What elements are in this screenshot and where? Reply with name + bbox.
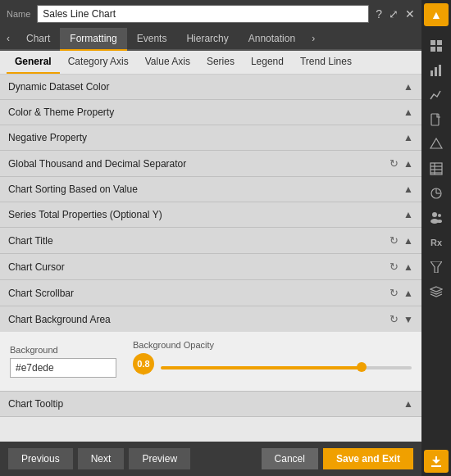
accordion-header-chart-title[interactable]: Chart Title ↻ ▲ (0, 228, 421, 253)
accordion-chart-tooltip: Chart Tooltip ▲ (0, 392, 421, 417)
move-icon[interactable]: ⤢ (389, 7, 399, 20)
accordion-header-dynamic-dataset-color[interactable]: Dynamic Dataset Color ▲ (0, 75, 421, 99)
accordion-negative-property: Negative Property ▲ (0, 125, 421, 151)
accordion-chart-background: Chart Background Area ↻ ▼ Background Bac… (0, 306, 421, 392)
next-button[interactable]: Next (78, 448, 125, 469)
tab-events[interactable]: Events (127, 28, 177, 51)
opacity-label: Background Opacity (133, 340, 214, 350)
accordion-label-chart-sorting: Chart Sorting Based on Value (8, 184, 403, 195)
accordion-header-chart-tooltip[interactable]: Chart Tooltip ▲ (0, 392, 421, 416)
chevron-up-icon-6: ▲ (403, 209, 413, 220)
opacity-row: 0.8 (133, 353, 412, 383)
svg-marker-8 (430, 138, 442, 148)
accordion-label-chart-background: Chart Background Area (8, 314, 390, 325)
slider-track[interactable] (161, 366, 412, 369)
refresh-icon-7[interactable]: ↻ (390, 234, 399, 247)
background-input[interactable] (10, 358, 116, 378)
save-exit-button[interactable]: Save and Exit (323, 448, 413, 469)
sidebar-layers-icon[interactable] (424, 280, 449, 303)
sub-tab-category-axis[interactable]: Category Axis (60, 51, 137, 74)
sidebar-grid-icon[interactable] (424, 34, 449, 57)
tab-formatting[interactable]: Formatting (60, 28, 126, 51)
sidebar-people-icon[interactable] (424, 206, 449, 229)
accordion-header-global-thousand[interactable]: Global Thousand and Decimal Separator ↻ … (0, 151, 421, 176)
sidebar-chart-line-icon[interactable] (424, 84, 449, 107)
previous-button[interactable]: Previous (8, 448, 73, 469)
accordion-icons-7: ↻ ▲ (390, 234, 413, 247)
preview-button[interactable]: Preview (129, 448, 190, 469)
tab-chart[interactable]: Chart (16, 28, 60, 51)
chevron-up-icon-5: ▲ (403, 184, 413, 195)
opacity-badge: 0.8 (133, 353, 154, 374)
sidebar-file-icon[interactable] (424, 108, 449, 131)
tab-arrow-right[interactable]: › (305, 28, 321, 49)
svg-marker-23 (432, 460, 440, 464)
accordion-header-chart-scrollbar[interactable]: Chart Scrollbar ↻ ▲ (0, 280, 421, 306)
sidebar-rx-icon[interactable]: Rx (424, 231, 449, 254)
svg-point-19 (438, 214, 441, 217)
slider-thumb[interactable] (357, 362, 367, 372)
refresh-icon-10[interactable]: ↻ (390, 313, 399, 325)
accordion-header-color-theme[interactable]: Color & Theme Property ▲ (0, 100, 421, 125)
sub-tabs: General Category Axis Value Axis Series … (0, 51, 421, 75)
refresh-icon-4[interactable]: ↻ (390, 157, 399, 170)
sidebar-table-icon[interactable] (424, 157, 449, 180)
name-input[interactable] (37, 5, 369, 23)
accordion-label-chart-tooltip: Chart Tooltip (8, 398, 403, 410)
svg-point-20 (437, 220, 442, 223)
accordion-icons-2: ▲ (403, 107, 413, 118)
accordion-label-global-thousand: Global Thousand and Decimal Separator (8, 158, 390, 170)
accordion-header-negative-property[interactable]: Negative Property ▲ (0, 125, 421, 150)
content-area: Dynamic Dataset Color ▲ Color & Theme Pr… (0, 75, 421, 442)
footer: Previous Next Preview Cancel Save and Ex… (0, 442, 421, 476)
accordion-label-chart-title: Chart Title (8, 235, 390, 247)
svg-rect-2 (430, 47, 435, 52)
accordion-label-dynamic-dataset-color: Dynamic Dataset Color (8, 81, 403, 93)
refresh-icon-8[interactable]: ↻ (390, 261, 399, 273)
sidebar-shape-icon[interactable] (424, 133, 449, 156)
sidebar-download-icon[interactable] (424, 450, 449, 473)
accordion-header-series-total[interactable]: Series Total Properties (Optional Y) ▲ (0, 202, 421, 227)
accordion-chart-scrollbar: Chart Scrollbar ↻ ▲ (0, 280, 421, 306)
sub-tab-legend[interactable]: Legend (243, 51, 292, 74)
tab-annotation[interactable]: Annotation (239, 28, 305, 51)
svg-rect-24 (435, 456, 437, 460)
sidebar-filter-icon[interactable] (424, 256, 449, 279)
accordion-body-chart-background: Background Background Opacity 0.8 (0, 332, 421, 391)
svg-marker-22 (430, 287, 442, 292)
tab-arrow-left[interactable]: ‹ (0, 28, 16, 49)
sub-tab-value-axis[interactable]: Value Axis (137, 51, 198, 74)
slider-container (161, 362, 412, 374)
accordion-icons-3: ▲ (403, 132, 413, 143)
accordion-header-chart-sorting[interactable]: Chart Sorting Based on Value ▲ (0, 177, 421, 202)
close-icon[interactable]: ✕ (405, 7, 415, 20)
accordion-header-chart-background[interactable]: Chart Background Area ↻ ▼ (0, 306, 421, 332)
accordion-chart-title: Chart Title ↻ ▲ (0, 228, 421, 254)
sub-tab-general[interactable]: General (7, 51, 60, 74)
sub-tab-trend-lines[interactable]: Trend Lines (292, 51, 360, 74)
chevron-up-icon-7: ▲ (403, 235, 413, 247)
sub-tab-series[interactable]: Series (198, 51, 243, 74)
tab-hierarchy[interactable]: Hierarchy (176, 28, 238, 51)
chevron-up-icon-4: ▲ (403, 158, 413, 170)
chevron-down-icon-10: ▼ (403, 314, 413, 325)
accordion-icons-10: ↻ ▼ (390, 313, 413, 325)
accordion-icons: ▲ (403, 81, 413, 93)
background-label: Background (10, 345, 116, 355)
accordion-header-chart-cursor[interactable]: Chart Cursor ↻ ▲ (0, 254, 421, 279)
sidebar-chart2-icon[interactable] (424, 182, 449, 205)
sidebar-chart-bar-icon[interactable] (424, 59, 449, 82)
help-icon[interactable]: ? (376, 7, 382, 20)
accordion-chart-cursor: Chart Cursor ↻ ▲ (0, 254, 421, 280)
chevron-up-icon-11: ▲ (403, 398, 413, 410)
refresh-icon-9[interactable]: ↻ (390, 287, 399, 299)
accordion-label-series-total: Series Total Properties (Optional Y) (8, 209, 403, 220)
background-field: Background (10, 345, 116, 378)
chevron-up-icon-8: ▲ (403, 261, 413, 273)
accordion-icons-8: ↻ ▲ (390, 261, 413, 273)
accordion-label-color-theme: Color & Theme Property (8, 107, 403, 118)
accordion-icons-11: ▲ (403, 398, 413, 410)
sidebar-up-icon[interactable]: ▲ (424, 3, 449, 26)
accordion-series-total: Series Total Properties (Optional Y) ▲ (0, 202, 421, 228)
cancel-button[interactable]: Cancel (262, 448, 318, 469)
